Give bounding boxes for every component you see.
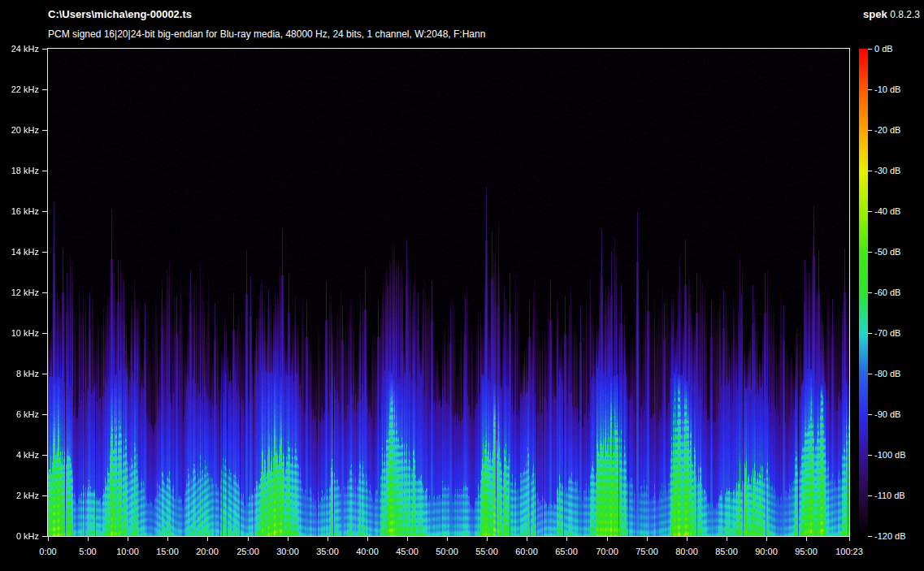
y-tick-label: 16 kHz [0, 205, 39, 217]
x-tick [727, 537, 727, 541]
x-tick [447, 537, 448, 541]
x-tick [48, 537, 49, 541]
y-tick [42, 374, 47, 374]
db-legend-colorbar [859, 49, 868, 536]
legend-tick-label: -120 dB [874, 530, 906, 542]
spectrogram-plot [47, 48, 850, 537]
spectrogram-canvas [48, 49, 849, 536]
x-tick [849, 537, 850, 541]
legend-tick-label: -80 dB [874, 368, 900, 379]
legend-tick-label: -70 dB [874, 327, 900, 339]
x-tick [88, 537, 89, 541]
x-tick [527, 537, 527, 541]
y-tick [42, 455, 47, 456]
legend-tick-label: -30 dB [874, 165, 900, 176]
x-tick [207, 537, 208, 541]
x-tick [766, 537, 767, 541]
legend-tick [868, 414, 872, 415]
legend-tick-label: -100 dB [874, 449, 906, 461]
y-tick [42, 333, 47, 334]
y-tick-label: 22 kHz [0, 84, 39, 95]
legend-tick-label: -20 dB [874, 124, 900, 136]
legend-tick-label: -10 dB [874, 84, 900, 95]
legend-tick-label: -40 dB [874, 205, 900, 217]
y-tick [42, 414, 47, 415]
y-tick [42, 495, 47, 496]
legend-tick-label: -90 dB [874, 409, 900, 420]
spek-window: C:\Users\micha\eng-00002.ts spek 0.8.2.3… [0, 0, 924, 571]
x-tick [328, 537, 328, 541]
y-tick-label: 20 kHz [0, 124, 39, 136]
y-tick [42, 292, 47, 293]
x-tick [288, 537, 288, 541]
y-tick-label: 8 kHz [0, 368, 39, 379]
x-tick [566, 537, 567, 541]
y-tick [42, 211, 47, 212]
y-tick-label: 24 kHz [0, 43, 39, 54]
y-tick-label: 2 kHz [0, 490, 39, 501]
y-tick-label: 10 kHz [0, 327, 39, 339]
x-tick [167, 537, 168, 541]
x-tick [128, 537, 128, 541]
y-tick-label: 6 kHz [0, 409, 39, 420]
x-tick [367, 537, 368, 541]
legend-tick [868, 455, 872, 456]
y-tick-label: 4 kHz [0, 449, 39, 461]
app-name: spek [863, 8, 887, 20]
legend-tick [868, 495, 872, 496]
legend-tick [868, 171, 872, 171]
y-tick [42, 536, 47, 537]
x-tick [487, 537, 488, 541]
legend-tick [868, 211, 872, 212]
legend-tick-label: 0 dB [874, 43, 893, 54]
stream-description: PCM signed 16|20|24-bit big-endian for B… [48, 28, 485, 40]
x-tick [607, 537, 608, 541]
app-version: 0.8.2.3 [890, 9, 920, 20]
legend-tick [868, 49, 872, 50]
y-tick [42, 89, 47, 90]
legend-tick-label: -50 dB [874, 246, 900, 257]
app-brand: spek 0.8.2.3 [863, 8, 920, 20]
x-tick [806, 537, 807, 541]
legend-tick [868, 374, 872, 374]
legend-tick-label: -60 dB [874, 287, 900, 298]
legend-tick [868, 536, 872, 537]
x-tick [407, 537, 408, 541]
legend-tick [868, 89, 872, 90]
y-tick-label: 18 kHz [0, 165, 39, 176]
x-tick [647, 537, 648, 541]
legend-tick-label: -110 dB [874, 490, 905, 501]
legend-tick [868, 130, 872, 131]
y-tick-label: 12 kHz [0, 287, 39, 298]
y-tick-label: 14 kHz [0, 246, 39, 257]
y-tick [42, 130, 47, 131]
file-path: C:\Users\micha\eng-00002.ts [48, 8, 192, 20]
legend-tick [868, 292, 872, 293]
y-tick [42, 49, 47, 50]
legend-tick [868, 252, 872, 253]
y-tick-label: 0 kHz [0, 530, 39, 542]
legend-tick [868, 333, 872, 334]
x-tick-label: 100:23 [821, 546, 878, 557]
y-tick [42, 252, 47, 253]
x-tick [687, 537, 688, 541]
y-tick [42, 171, 47, 171]
x-tick [248, 537, 249, 541]
